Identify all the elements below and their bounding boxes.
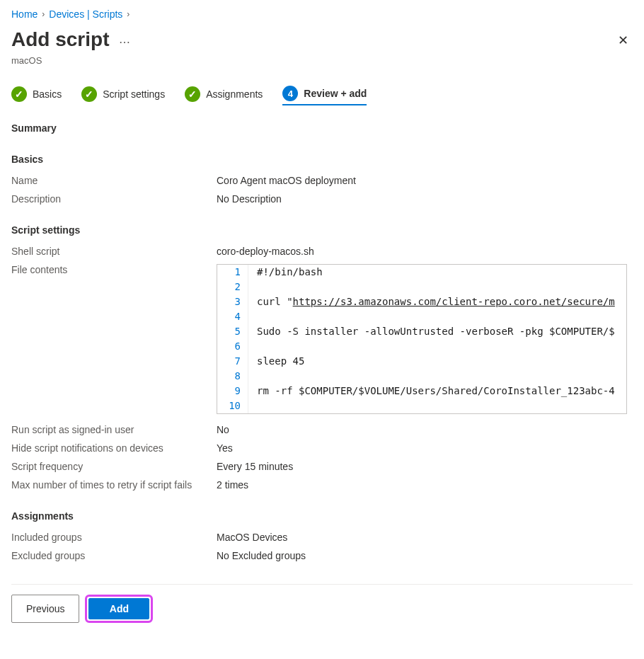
step-label: Basics — [33, 88, 62, 100]
more-icon[interactable]: ⋯ — [119, 35, 131, 49]
footer-actions: Previous Add — [11, 584, 633, 623]
basics-desc-value: No Description — [217, 193, 633, 205]
included-groups-label: Included groups — [11, 532, 217, 543]
shell-script-value: coro-deploy-macos.sh — [217, 246, 633, 257]
basics-name-label: Name — [11, 175, 217, 186]
breadcrumb-home[interactable]: Home — [11, 8, 38, 20]
assignments-title: Assignments — [11, 510, 633, 522]
step-label: Script settings — [103, 88, 165, 100]
basics-desc-label: Description — [11, 193, 217, 205]
chevron-right-icon: › — [42, 9, 45, 19]
included-groups-row: Included groups MacOS Devices — [11, 532, 633, 543]
basics-desc-row: Description No Description — [11, 193, 633, 205]
retry-value: 2 times — [217, 479, 633, 491]
file-contents-row: File contents 1#!/bin/bash 2 3curl "http… — [11, 264, 633, 414]
basics-name-row: Name Coro Agent macOS deployment — [11, 175, 633, 186]
code-line — [248, 280, 257, 294]
code-line — [248, 369, 257, 384]
code-line: #!/bin/bash — [248, 265, 323, 280]
close-button[interactable]: ✕ — [614, 28, 633, 52]
checkmark-icon: ✓ — [11, 86, 27, 102]
hide-notif-row: Hide script notifications on devices Yes — [11, 442, 633, 454]
freq-value: Every 15 minutes — [217, 461, 633, 472]
step-label: Review + add — [304, 88, 367, 99]
page-title: Add script — [11, 28, 109, 51]
step-assignments[interactable]: ✓ Assignments — [185, 86, 263, 105]
run-signed-row: Run script as signed-in user No — [11, 424, 633, 435]
wizard-steps: ✓ Basics ✓ Script settings ✓ Assignments… — [11, 86, 633, 105]
included-groups-value: MacOS Devices — [217, 532, 633, 543]
basics-section-title: Basics — [11, 154, 633, 165]
run-signed-label: Run script as signed-in user — [11, 424, 217, 435]
checkmark-icon: ✓ — [185, 86, 200, 102]
code-line — [248, 309, 257, 324]
breadcrumb-devices-scripts[interactable]: Devices | Scripts — [49, 8, 122, 20]
file-contents-label: File contents — [11, 264, 217, 275]
summary-heading: Summary — [11, 122, 633, 134]
step-number-icon: 4 — [282, 86, 298, 101]
code-line: rm -rf $COMPUTER/$VOLUME/Users/Shared/Co… — [248, 384, 615, 399]
checkmark-icon: ✓ — [81, 86, 97, 102]
add-button[interactable]: Add — [88, 598, 149, 619]
chevron-right-icon: › — [127, 9, 130, 19]
page-header: Add script ⋯ ✕ — [11, 28, 633, 52]
add-button-highlight: Add — [85, 595, 153, 623]
code-line: Sudo -S installer -allowUntrusted -verbo… — [248, 324, 615, 339]
freq-label: Script frequency — [11, 461, 217, 472]
excluded-groups-value: No Excluded groups — [217, 550, 633, 561]
close-icon: ✕ — [618, 33, 628, 47]
shell-script-row: Shell script coro-deploy-macos.sh — [11, 246, 633, 257]
code-viewer[interactable]: 1#!/bin/bash 2 3curl "https://s3.amazona… — [217, 264, 627, 414]
step-basics[interactable]: ✓ Basics — [11, 86, 62, 105]
step-label: Assignments — [206, 88, 263, 100]
code-line: sleep 45 — [248, 354, 304, 369]
code-line — [248, 339, 257, 354]
code-line: curl "https://s3.amazonaws.com/client-re… — [248, 294, 615, 309]
hide-notif-label: Hide script notifications on devices — [11, 442, 217, 454]
excluded-groups-label: Excluded groups — [11, 550, 217, 561]
previous-button[interactable]: Previous — [11, 595, 79, 623]
shell-script-label: Shell script — [11, 246, 217, 257]
script-settings-title: Script settings — [11, 224, 633, 236]
hide-notif-value: Yes — [217, 442, 633, 454]
breadcrumb: Home › Devices | Scripts › — [11, 6, 633, 20]
page-subtitle: macOS — [11, 55, 633, 66]
retry-row: Max number of times to retry if script f… — [11, 479, 633, 491]
basics-name-value: Coro Agent macOS deployment — [217, 175, 633, 186]
run-signed-value: No — [217, 424, 633, 435]
code-line — [248, 399, 257, 413]
step-script-settings[interactable]: ✓ Script settings — [81, 86, 165, 105]
retry-label: Max number of times to retry if script f… — [11, 479, 217, 491]
step-review-add[interactable]: 4 Review + add — [282, 86, 367, 105]
excluded-groups-row: Excluded groups No Excluded groups — [11, 550, 633, 561]
freq-row: Script frequency Every 15 minutes — [11, 461, 633, 472]
